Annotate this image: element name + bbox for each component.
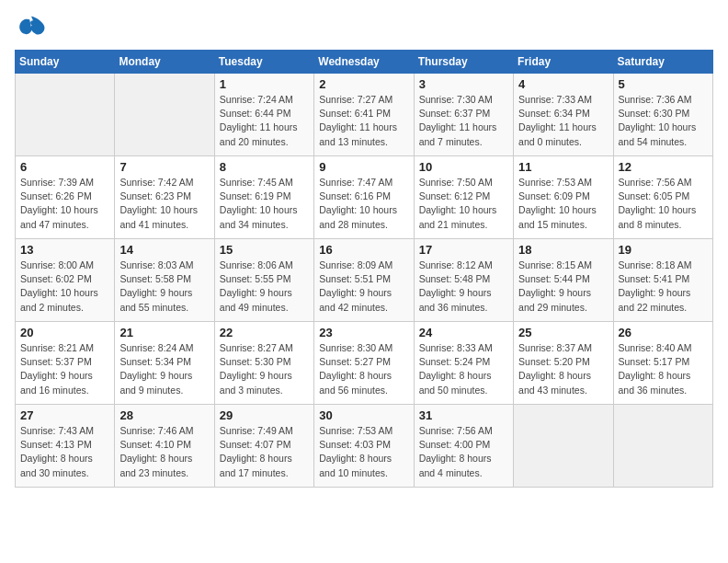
- calendar-day-cell: 9Sunrise: 7:47 AM Sunset: 6:16 PM Daylig…: [314, 156, 414, 239]
- day-number: 2: [319, 77, 408, 91]
- calendar-day-cell: [514, 405, 613, 488]
- calendar-day-cell: 4Sunrise: 7:33 AM Sunset: 6:34 PM Daylig…: [514, 74, 613, 156]
- day-number: 1: [220, 77, 309, 91]
- day-number: 12: [619, 160, 708, 174]
- calendar-week-row: 13Sunrise: 8:00 AM Sunset: 6:02 PM Dayli…: [16, 239, 713, 322]
- calendar-day-cell: 27Sunrise: 7:43 AM Sunset: 4:13 PM Dayli…: [16, 405, 115, 488]
- calendar-day-cell: 20Sunrise: 8:21 AM Sunset: 5:37 PM Dayli…: [16, 322, 115, 405]
- day-info: Sunrise: 7:53 AM Sunset: 6:09 PM Dayligh…: [518, 176, 608, 232]
- day-info: Sunrise: 7:42 AM Sunset: 6:23 PM Dayligh…: [119, 176, 209, 232]
- day-number: 20: [20, 326, 109, 339]
- day-info: Sunrise: 8:12 AM Sunset: 5:48 PM Dayligh…: [419, 259, 508, 315]
- svg-point-0: [30, 20, 35, 25]
- calendar-day-cell: 25Sunrise: 8:37 AM Sunset: 5:20 PM Dayli…: [514, 322, 613, 405]
- day-info: Sunrise: 7:47 AM Sunset: 6:16 PM Dayligh…: [319, 176, 408, 232]
- day-info: Sunrise: 7:36 AM Sunset: 6:30 PM Dayligh…: [619, 93, 708, 149]
- page-header: [15, 15, 713, 42]
- calendar-day-cell: 2Sunrise: 7:27 AM Sunset: 6:41 PM Daylig…: [314, 74, 414, 156]
- calendar-week-row: 20Sunrise: 8:21 AM Sunset: 5:37 PM Dayli…: [16, 322, 713, 405]
- day-number: 6: [20, 160, 109, 174]
- day-info: Sunrise: 8:30 AM Sunset: 5:27 PM Dayligh…: [319, 341, 408, 397]
- day-info: Sunrise: 7:50 AM Sunset: 6:12 PM Dayligh…: [419, 176, 508, 232]
- day-info: Sunrise: 8:00 AM Sunset: 6:02 PM Dayligh…: [20, 259, 109, 315]
- day-info: Sunrise: 8:21 AM Sunset: 5:37 PM Dayligh…: [20, 341, 109, 397]
- calendar-day-cell: 31Sunrise: 7:56 AM Sunset: 4:00 PM Dayli…: [414, 405, 513, 488]
- logo-icon: [15, 15, 48, 42]
- calendar-week-row: 1Sunrise: 7:24 AM Sunset: 6:44 PM Daylig…: [16, 74, 713, 156]
- day-info: Sunrise: 8:24 AM Sunset: 5:34 PM Dayligh…: [119, 341, 209, 397]
- calendar-day-cell: 12Sunrise: 7:56 AM Sunset: 6:05 PM Dayli…: [613, 156, 712, 239]
- weekday-header-sunday: Sunday: [16, 51, 115, 74]
- calendar-day-cell: 30Sunrise: 7:53 AM Sunset: 4:03 PM Dayli…: [314, 405, 414, 488]
- day-info: Sunrise: 7:46 AM Sunset: 4:10 PM Dayligh…: [119, 424, 209, 480]
- day-number: 7: [119, 160, 209, 174]
- day-number: 27: [20, 408, 109, 422]
- weekday-header-tuesday: Tuesday: [214, 51, 313, 74]
- calendar-day-cell: 23Sunrise: 8:30 AM Sunset: 5:27 PM Dayli…: [314, 322, 414, 405]
- day-info: Sunrise: 8:37 AM Sunset: 5:20 PM Dayligh…: [518, 341, 608, 397]
- weekday-header-saturday: Saturday: [613, 51, 712, 74]
- calendar-day-cell: 22Sunrise: 8:27 AM Sunset: 5:30 PM Dayli…: [214, 322, 313, 405]
- day-number: 22: [220, 326, 309, 339]
- day-number: 23: [319, 326, 408, 339]
- day-info: Sunrise: 8:18 AM Sunset: 5:41 PM Dayligh…: [619, 259, 708, 315]
- calendar-day-cell: 21Sunrise: 8:24 AM Sunset: 5:34 PM Dayli…: [115, 322, 214, 405]
- day-number: 14: [119, 243, 209, 257]
- calendar-day-cell: 19Sunrise: 8:18 AM Sunset: 5:41 PM Dayli…: [613, 239, 712, 322]
- day-info: Sunrise: 7:43 AM Sunset: 4:13 PM Dayligh…: [20, 424, 109, 480]
- weekday-header-thursday: Thursday: [414, 51, 513, 74]
- calendar-day-cell: 15Sunrise: 8:06 AM Sunset: 5:55 PM Dayli…: [214, 239, 313, 322]
- day-info: Sunrise: 7:30 AM Sunset: 6:37 PM Dayligh…: [419, 93, 508, 149]
- day-number: 11: [518, 160, 608, 174]
- calendar-day-cell: [115, 74, 214, 156]
- day-info: Sunrise: 8:40 AM Sunset: 5:17 PM Dayligh…: [619, 341, 708, 397]
- day-number: 31: [419, 408, 508, 422]
- day-info: Sunrise: 7:56 AM Sunset: 4:00 PM Dayligh…: [419, 424, 508, 480]
- weekday-header-row: SundayMondayTuesdayWednesdayThursdayFrid…: [16, 51, 713, 74]
- calendar-day-cell: 1Sunrise: 7:24 AM Sunset: 6:44 PM Daylig…: [214, 74, 313, 156]
- calendar-day-cell: 17Sunrise: 8:12 AM Sunset: 5:48 PM Dayli…: [414, 239, 513, 322]
- calendar-day-cell: [16, 74, 115, 156]
- calendar-week-row: 27Sunrise: 7:43 AM Sunset: 4:13 PM Dayli…: [16, 405, 713, 488]
- day-info: Sunrise: 7:24 AM Sunset: 6:44 PM Dayligh…: [220, 93, 309, 149]
- calendar-day-cell: 8Sunrise: 7:45 AM Sunset: 6:19 PM Daylig…: [214, 156, 313, 239]
- day-number: 17: [419, 243, 508, 257]
- calendar-day-cell: 3Sunrise: 7:30 AM Sunset: 6:37 PM Daylig…: [414, 74, 513, 156]
- day-number: 13: [20, 243, 109, 257]
- weekday-header-wednesday: Wednesday: [314, 51, 414, 74]
- day-info: Sunrise: 7:33 AM Sunset: 6:34 PM Dayligh…: [518, 93, 608, 149]
- day-number: 16: [319, 243, 408, 257]
- calendar-week-row: 6Sunrise: 7:39 AM Sunset: 6:26 PM Daylig…: [16, 156, 713, 239]
- day-info: Sunrise: 7:56 AM Sunset: 6:05 PM Dayligh…: [619, 176, 708, 232]
- day-number: 15: [220, 243, 309, 257]
- day-number: 18: [518, 243, 608, 257]
- day-info: Sunrise: 8:33 AM Sunset: 5:24 PM Dayligh…: [419, 341, 508, 397]
- calendar-day-cell: 29Sunrise: 7:49 AM Sunset: 4:07 PM Dayli…: [214, 405, 313, 488]
- calendar-day-cell: 6Sunrise: 7:39 AM Sunset: 6:26 PM Daylig…: [16, 156, 115, 239]
- day-number: 3: [419, 77, 508, 91]
- calendar-day-cell: 13Sunrise: 8:00 AM Sunset: 6:02 PM Dayli…: [16, 239, 115, 322]
- day-number: 30: [319, 408, 408, 422]
- day-info: Sunrise: 8:09 AM Sunset: 5:51 PM Dayligh…: [319, 259, 408, 315]
- day-info: Sunrise: 7:49 AM Sunset: 4:07 PM Dayligh…: [220, 424, 309, 480]
- day-number: 10: [419, 160, 508, 174]
- calendar-day-cell: 7Sunrise: 7:42 AM Sunset: 6:23 PM Daylig…: [115, 156, 214, 239]
- calendar-day-cell: 28Sunrise: 7:46 AM Sunset: 4:10 PM Dayli…: [115, 405, 214, 488]
- weekday-header-friday: Friday: [514, 51, 613, 74]
- day-number: 4: [518, 77, 608, 91]
- calendar-day-cell: 5Sunrise: 7:36 AM Sunset: 6:30 PM Daylig…: [613, 74, 712, 156]
- day-number: 21: [119, 326, 209, 339]
- day-info: Sunrise: 8:15 AM Sunset: 5:44 PM Dayligh…: [518, 259, 608, 315]
- calendar-day-cell: 10Sunrise: 7:50 AM Sunset: 6:12 PM Dayli…: [414, 156, 513, 239]
- day-info: Sunrise: 8:03 AM Sunset: 5:58 PM Dayligh…: [119, 259, 209, 315]
- day-number: 9: [319, 160, 408, 174]
- day-number: 24: [419, 326, 508, 339]
- day-number: 26: [619, 326, 708, 339]
- day-info: Sunrise: 8:27 AM Sunset: 5:30 PM Dayligh…: [220, 341, 309, 397]
- day-number: 29: [220, 408, 309, 422]
- calendar-day-cell: 11Sunrise: 7:53 AM Sunset: 6:09 PM Dayli…: [514, 156, 613, 239]
- day-info: Sunrise: 7:45 AM Sunset: 6:19 PM Dayligh…: [220, 176, 309, 232]
- logo: [15, 15, 51, 42]
- day-info: Sunrise: 7:39 AM Sunset: 6:26 PM Dayligh…: [20, 176, 109, 232]
- weekday-header-monday: Monday: [115, 51, 214, 74]
